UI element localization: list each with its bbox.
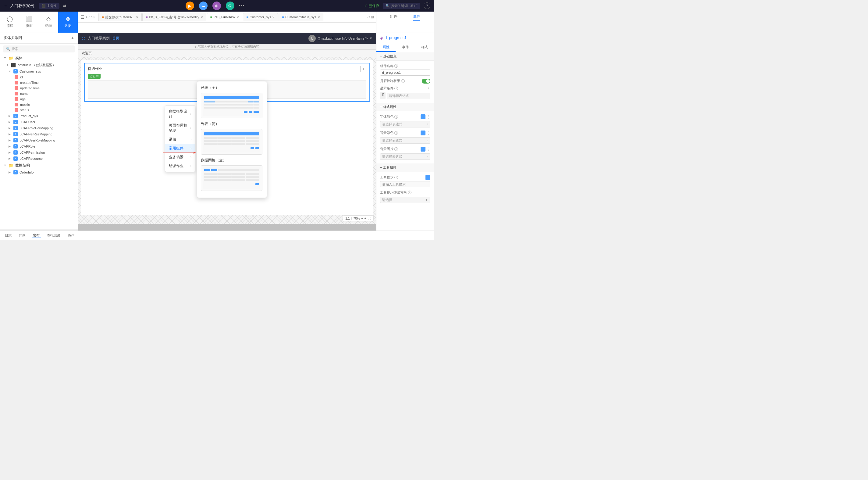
sidebar-datastructure-header[interactable]: ▼ 📁 数据结构 (0, 161, 78, 169)
info-icon-tooltip-dir[interactable]: i (408, 190, 411, 194)
back-icon[interactable]: ← (4, 3, 8, 8)
nav-logic[interactable]: ◇ 逻辑 (39, 11, 59, 32)
sidebar-field-id[interactable]: id (0, 74, 78, 80)
bg-image-swatch[interactable] (421, 147, 426, 152)
more-options[interactable]: ••• (239, 4, 245, 8)
font-color-select[interactable]: 请选择表达式 › (380, 121, 430, 127)
sync-icon[interactable]: ⇄ (63, 4, 66, 8)
play-button[interactable]: ▶ (186, 2, 194, 10)
tab-close-1[interactable]: ✕ (200, 16, 203, 19)
dropdown-item-1[interactable]: 页面布局和呈现 › (165, 121, 195, 135)
cloud-button[interactable]: ☁ (199, 2, 208, 10)
info-icon-control-perm[interactable]: i (401, 79, 405, 83)
sidebar-entities-header[interactable]: ▼ 📁 实体 (0, 54, 78, 62)
dropdown-item-5[interactable]: 结课作业 › (165, 161, 195, 171)
redo-button[interactable]: ↪ (91, 14, 95, 20)
branch-tag[interactable]: ⬛ 主分支 (39, 3, 59, 9)
bg-image-select[interactable]: 请选择表达式 › (380, 153, 430, 160)
info-icon-display-cond[interactable]: i (394, 87, 398, 90)
info-icon-font-color[interactable]: i (394, 115, 398, 119)
globe-button[interactable]: ⊕ (212, 2, 221, 10)
bottom-tab-collab[interactable]: 协作 (66, 233, 75, 238)
rpanel-tab-events[interactable]: 事件 (396, 43, 415, 52)
dropdown-item-2[interactable]: 逻辑 › (165, 135, 195, 144)
tab-3[interactable]: ■ Customer_sys ✕ (243, 13, 278, 21)
sidebar-item-lcapper-res[interactable]: ▶ E LCAPPerResMapping (0, 131, 78, 137)
sidebar-item-lcaprole[interactable]: ▶ E LCAPRole (0, 143, 78, 149)
bottom-tab-log[interactable]: 日志 (4, 233, 13, 238)
search-input[interactable]: 🔍 搜索 (3, 46, 75, 53)
sidebar-field-createdtime[interactable]: createdTime (0, 80, 78, 85)
sidebar-field-age[interactable]: age (0, 96, 78, 102)
bg-color-swatch[interactable] (421, 130, 426, 136)
bottom-tab-issues[interactable]: 问题 (18, 233, 27, 238)
component-name-input[interactable] (380, 69, 430, 76)
rpanel-tab-style[interactable]: 样式 (415, 43, 434, 52)
tabs-next[interactable]: › (369, 15, 370, 19)
add-item-button[interactable]: + (360, 66, 366, 72)
info-icon-bg-image[interactable]: i (394, 147, 398, 151)
right-tab-props[interactable]: 属性 (413, 14, 420, 21)
info-icon-bg-color[interactable]: i (394, 131, 398, 135)
info-icon-component-name[interactable]: i (394, 64, 398, 68)
nav-page[interactable]: ⬜ 页面 (20, 11, 39, 32)
tab-1[interactable]: ■ P8_3_Edit-点击"修改"link1-modify ✕ (142, 13, 206, 21)
nav-process[interactable]: ◯ 流程 (0, 11, 20, 32)
tab-close-3[interactable]: ✕ (272, 16, 275, 19)
sidebar-field-name[interactable]: name (0, 91, 78, 96)
sidebar-item-lcapuser[interactable]: ▶ E LCAPUser (0, 119, 78, 125)
sidebar-item-lcapresource[interactable]: ▶ E LCAPResource (0, 155, 78, 161)
undo-button[interactable]: ↩ (86, 14, 90, 20)
sidebar-item-product-sys[interactable]: ▶ E Product_sys (0, 113, 78, 119)
font-color-swatch[interactable] (421, 114, 426, 119)
help-button[interactable]: ? (424, 2, 430, 9)
bottom-tab-find[interactable]: 查找结果 (46, 233, 62, 238)
tab-0[interactable]: ■ 提交修改"button3-... ✕ (98, 13, 142, 21)
sidebar-item-lcaprole-per[interactable]: ▶ E LCAPRolePerMapping (0, 125, 78, 131)
bottom-tab-publish[interactable]: 发布 (32, 233, 41, 238)
control-permission-toggle[interactable] (422, 79, 430, 84)
nav-data[interactable]: ⊚ 数据 (58, 11, 78, 32)
bg-image-more[interactable]: ⋮ (426, 147, 430, 152)
tabs-prev[interactable]: ‹ (367, 15, 369, 19)
tab-close-2[interactable]: ✕ (237, 16, 239, 19)
dropdown-item-0[interactable]: 数据模型设计 › (165, 107, 195, 121)
display-cond-select[interactable]: 请选择表达式 (387, 93, 430, 99)
tooltip-dir-select[interactable]: 请选择 ▼ (380, 197, 430, 203)
tooltip-input[interactable] (380, 181, 430, 187)
tab-2[interactable]: ■ P10_FinalTask ✕ (207, 13, 243, 21)
sidebar-field-status[interactable]: status (0, 107, 78, 113)
component-panel-scroll[interactable]: 列表（全） (201, 85, 263, 194)
sidebar-item-lcappermission[interactable]: ▶ E LCAPPermission (0, 149, 78, 155)
section-basic-info[interactable]: − 基础信息 (376, 52, 434, 61)
fit-screen[interactable]: ⛶ (368, 216, 371, 220)
search-box[interactable]: 🔍 搜索关键词 ⌘+F (383, 3, 420, 9)
comp-card-list-full[interactable] (201, 93, 262, 118)
sidebar-item-defaultds[interactable]: ▼ ⬛ defaultDS（默认数据源） (0, 62, 78, 68)
tab-4[interactable]: ■ CustomerStatus_sys ✕ (279, 13, 323, 21)
comp-card-datagrid-full[interactable] (201, 165, 262, 191)
sidebar-item-customer-sys[interactable]: ▼ E Customer_sys (0, 68, 78, 74)
tab-close-4[interactable]: ✕ (317, 16, 320, 19)
section-tool-props[interactable]: − 工具属性 (376, 163, 434, 172)
sidebar-item-orderinfo[interactable]: ▶ E OrderInfo (0, 169, 78, 175)
tabs-menu[interactable]: ⊞ (371, 15, 374, 19)
bg-color-more[interactable]: ⋮ (426, 130, 430, 136)
tooltip-swatch[interactable] (426, 175, 430, 180)
tab-close-0[interactable]: ✕ (136, 16, 138, 19)
bg-color-select[interactable]: 请选择表达式 › (380, 137, 430, 144)
right-tab-components[interactable]: 组件 (390, 14, 397, 21)
add-entity-button[interactable]: + (71, 35, 74, 41)
info-icon-tooltip[interactable]: i (394, 176, 398, 179)
zoom-decrease[interactable]: − (361, 216, 363, 220)
sidebar-field-updatedtime[interactable]: updatedTime (0, 85, 78, 91)
menu-toggle[interactable]: ☰ (81, 14, 85, 20)
user-chevron[interactable]: ▼ (369, 37, 372, 40)
sidebar-item-lcapuserrole[interactable]: ▶ E LCAPUserRoleMapping (0, 137, 78, 143)
display-cond-more[interactable]: ⋮ (426, 86, 430, 91)
section-style-props[interactable]: − 样式属性 (376, 103, 434, 111)
rpanel-tab-props[interactable]: 属性 (376, 43, 396, 52)
font-color-more[interactable]: ⋮ (426, 114, 430, 119)
canvas-home-tab[interactable]: 首页 (112, 36, 120, 41)
comp-card-list-simple[interactable] (201, 129, 262, 155)
